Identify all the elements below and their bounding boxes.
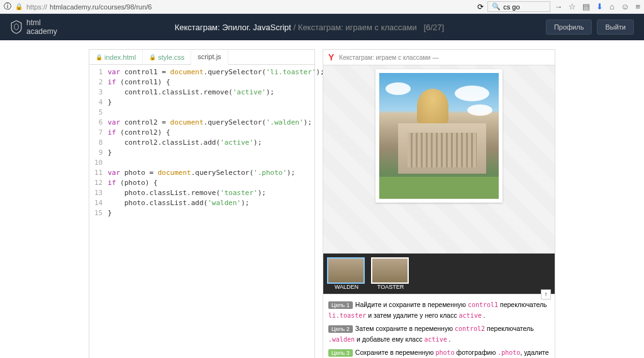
goal-3: Цель 3Сохраните в переменную photo фотог…: [328, 347, 550, 358]
lock-icon: 🔒: [15, 3, 23, 10]
yandex-icon: Y: [328, 52, 334, 62]
browser-toolbar: ⓘ 🔒 https://htmlacademy.ru/courses/98/ru…: [0, 0, 644, 14]
logo[interactable]: htmlacademy: [10, 18, 73, 36]
profile-button[interactable]: Профиль: [546, 20, 592, 35]
filter-toaster[interactable]: TOASTER: [371, 257, 410, 290]
lock-icon: 🔒: [149, 54, 156, 60]
tab-script-js[interactable]: script.js: [191, 50, 228, 65]
preview-frame: [323, 65, 555, 254]
library-icon[interactable]: ▤: [582, 2, 590, 11]
info-icon[interactable]: ⓘ: [4, 1, 11, 12]
preview-title: Кекстаграм: играем с классами —: [339, 54, 438, 61]
logout-button[interactable]: Выйти: [597, 20, 634, 35]
goal-1: Цель 1Найдите и сохраните в переменную c…: [328, 299, 550, 321]
workspace: 🔒index.html 🔒style.css script.js 1234567…: [0, 40, 644, 358]
shield-icon: [10, 20, 23, 34]
code-content[interactable]: var control1 = document.querySelector('l…: [108, 67, 324, 218]
forward-icon[interactable]: →: [554, 2, 562, 11]
bookmark-icon[interactable]: ☆: [569, 2, 576, 11]
home-icon[interactable]: ⌂: [609, 2, 614, 11]
lock-icon: 🔒: [96, 54, 103, 60]
tab-index-html[interactable]: 🔒index.html: [89, 50, 143, 64]
reload-icon[interactable]: ⟳: [477, 3, 484, 11]
code-editor[interactable]: 123456789101112131415 var control1 = doc…: [89, 65, 314, 221]
filter-strip: WALDENTOASTER: [323, 254, 555, 294]
menu-icon[interactable]: ≡: [635, 2, 640, 11]
goals-panel: ↑ Цель 1Найдите и сохраните в переменную…: [323, 294, 555, 358]
photo-card: [375, 69, 502, 203]
search-icon: 🔍: [492, 3, 501, 11]
scroll-up-button[interactable]: ↑: [541, 289, 551, 299]
course-title: Кекстаграм: Эпилог. JavaScript / Кекстаг…: [73, 23, 546, 32]
url-bar[interactable]: https://htmlacademy.ru/courses/98/run/6: [26, 3, 152, 11]
preview-panel: Y Кекстаграм: играем с классами — WALDEN…: [323, 49, 555, 358]
photo-image: [379, 73, 499, 199]
goal-2: Цель 2Затем сохраните в переменную contr…: [328, 323, 550, 345]
tab-style-css[interactable]: 🔒style.css: [143, 50, 191, 64]
filter-walden[interactable]: WALDEN: [327, 257, 366, 290]
account-icon[interactable]: ☺: [621, 2, 629, 11]
site-header: htmlacademy Кекстаграм: Эпилог. JavaScri…: [0, 14, 644, 40]
browser-search[interactable]: 🔍cs go: [487, 1, 550, 12]
line-gutter: 123456789101112131415: [89, 67, 108, 218]
download-icon[interactable]: ⬇: [596, 2, 603, 11]
editor-panel: 🔒index.html 🔒style.css script.js 1234567…: [89, 49, 315, 358]
preview-topbar: Y Кекстаграм: играем с классами —: [323, 49, 555, 65]
file-tabs: 🔒index.html 🔒style.css script.js: [89, 50, 314, 65]
